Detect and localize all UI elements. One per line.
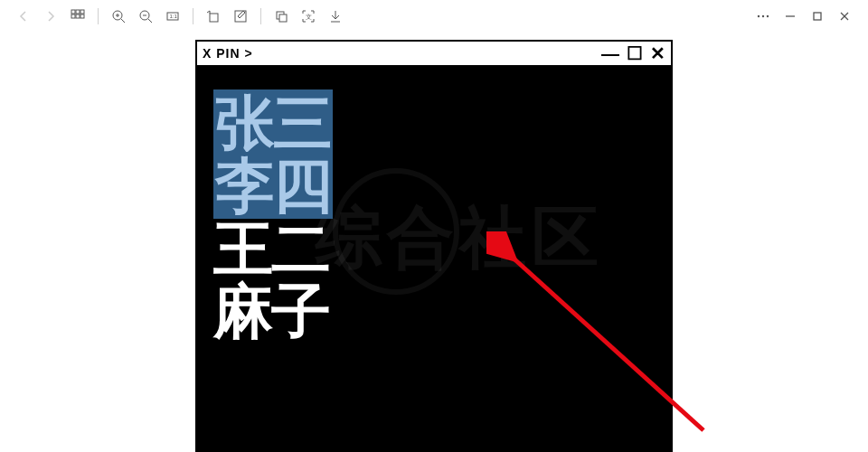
text-line-3[interactable]: 王二 xyxy=(213,218,655,280)
more-button[interactable] xyxy=(750,4,776,29)
back-button[interactable] xyxy=(11,4,36,29)
copy-button[interactable] xyxy=(269,4,294,29)
svg-rect-25 xyxy=(814,13,821,20)
editor-maximize-icon[interactable]: ☐ xyxy=(627,44,643,62)
maximize-window-button[interactable] xyxy=(805,4,830,29)
editor-close-icon[interactable]: ✕ xyxy=(650,44,665,62)
ocr-button[interactable]: 文 xyxy=(296,4,321,29)
text-line-1[interactable]: 张三 xyxy=(213,92,655,155)
canvas-area: X PIN > — ☐ ✕ 综合社区 张三 李四 王二 麻子 xyxy=(0,33,868,452)
close-window-button[interactable] xyxy=(832,4,857,29)
text-line-4[interactable]: 麻子 xyxy=(213,280,655,343)
editor-window: X PIN > — ☐ ✕ 综合社区 张三 李四 王二 麻子 xyxy=(195,40,673,452)
grid-view-button[interactable] xyxy=(65,4,90,29)
save-button[interactable] xyxy=(323,4,348,29)
main-toolbar: 1:1 文 xyxy=(0,0,868,33)
editor-window-controls: — ☐ ✕ xyxy=(601,44,665,62)
actual-size-button[interactable]: 1:1 xyxy=(160,4,185,29)
svg-text:文: 文 xyxy=(306,14,312,20)
svg-line-7 xyxy=(121,19,125,23)
editor-title: X PIN > xyxy=(203,46,253,61)
svg-rect-18 xyxy=(279,14,287,22)
svg-rect-3 xyxy=(71,14,75,18)
editor-content[interactable]: 张三 李四 王二 麻子 xyxy=(197,67,671,368)
svg-rect-0 xyxy=(71,10,75,14)
rotate-button[interactable] xyxy=(201,4,226,29)
selected-text: 李四 xyxy=(213,152,333,219)
svg-rect-15 xyxy=(210,14,218,22)
zoom-out-button[interactable] xyxy=(133,4,158,29)
toolbar-right-group xyxy=(750,4,857,29)
text-line-2[interactable]: 李四 xyxy=(213,155,655,217)
svg-rect-2 xyxy=(80,10,84,14)
minimize-window-button[interactable] xyxy=(778,4,803,29)
forward-button[interactable] xyxy=(38,4,63,29)
svg-point-21 xyxy=(758,15,760,17)
svg-line-11 xyxy=(148,19,152,23)
svg-rect-5 xyxy=(80,14,84,18)
svg-point-22 xyxy=(762,15,764,17)
svg-point-23 xyxy=(767,15,769,17)
toolbar-separator xyxy=(260,8,261,24)
toolbar-left-group: 1:1 文 xyxy=(11,4,348,29)
editor-titlebar: X PIN > — ☐ ✕ xyxy=(197,42,671,67)
toolbar-separator xyxy=(193,8,193,24)
svg-rect-1 xyxy=(76,10,80,14)
svg-rect-4 xyxy=(76,14,80,18)
selected-text: 张三 xyxy=(213,89,333,156)
zoom-in-button[interactable] xyxy=(106,4,131,29)
toolbar-separator xyxy=(98,8,99,24)
editor-minimize-icon[interactable]: — xyxy=(601,44,619,62)
edit-button[interactable] xyxy=(228,4,253,29)
svg-text:1:1: 1:1 xyxy=(170,14,178,19)
